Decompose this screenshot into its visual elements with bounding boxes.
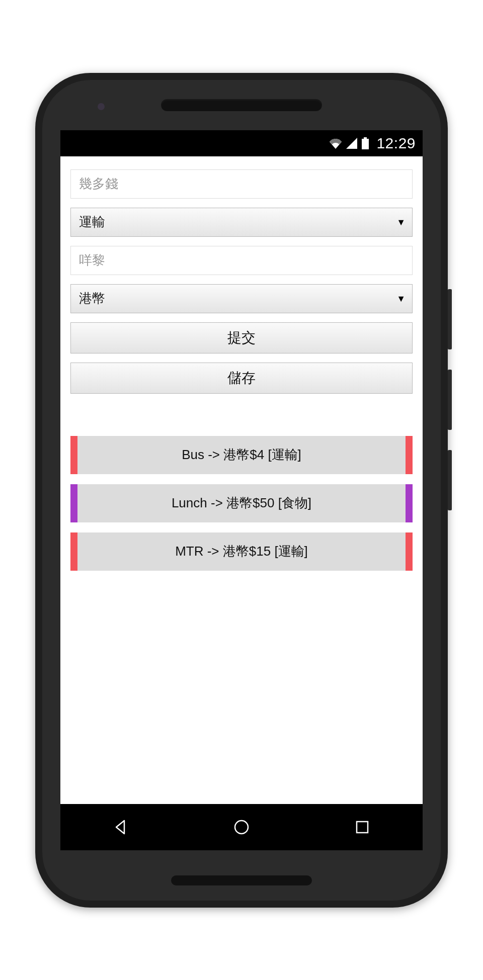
phone-speaker-bottom [171,875,312,885]
list-item[interactable]: MTR -> 港幣$15 [運輸] [70,532,413,571]
entries-list: Bus -> 港幣$4 [運輸] Lunch -> 港幣$50 [食物] MTR… [70,436,413,571]
status-bar: 12:29 [60,130,423,156]
navigation-bar [60,804,423,850]
svg-rect-3 [357,822,368,833]
amount-input[interactable] [70,169,413,199]
phone-speaker [161,99,322,111]
cell-signal-icon [346,138,357,149]
app-content: 運輸 ▼ 港幣 ▼ 提交 儲存 [60,156,423,804]
currency-select-value: 港幣 [79,290,105,307]
list-item-text: Lunch -> 港幣$50 [食物] [172,494,311,512]
spacer [70,403,413,427]
home-button[interactable] [226,812,257,842]
note-input[interactable] [70,246,413,275]
list-item-text: MTR -> 港幣$15 [運輸] [175,543,308,560]
recent-apps-button[interactable] [347,812,377,842]
svg-point-2 [235,821,248,834]
svg-rect-1 [362,139,369,149]
list-item-text: Bus -> 港幣$4 [運輸] [182,446,301,464]
battery-icon [361,137,369,149]
list-item[interactable]: Bus -> 港幣$4 [運輸] [70,436,413,474]
screen: 12:29 運輸 ▼ 港幣 ▼ 提交 [60,130,423,850]
list-item[interactable]: Lunch -> 港幣$50 [食物] [70,484,413,522]
save-button-label: 儲存 [227,369,256,388]
status-time: 12:29 [376,135,416,152]
category-select-value: 運輸 [79,213,105,231]
phone-side-button [448,289,452,349]
back-button[interactable] [106,812,136,842]
category-select[interactable]: 運輸 ▼ [70,208,413,237]
phone-frame: 12:29 運輸 ▼ 港幣 ▼ 提交 [35,73,448,908]
phone-camera [98,103,105,110]
submit-button[interactable]: 提交 [70,322,413,353]
save-button[interactable]: 儲存 [70,363,413,394]
svg-rect-0 [364,137,367,139]
submit-button-label: 提交 [227,328,256,347]
phone-side-button [448,450,452,510]
wifi-icon [329,138,342,149]
phone-side-button [448,370,452,430]
currency-select[interactable]: 港幣 ▼ [70,284,413,313]
